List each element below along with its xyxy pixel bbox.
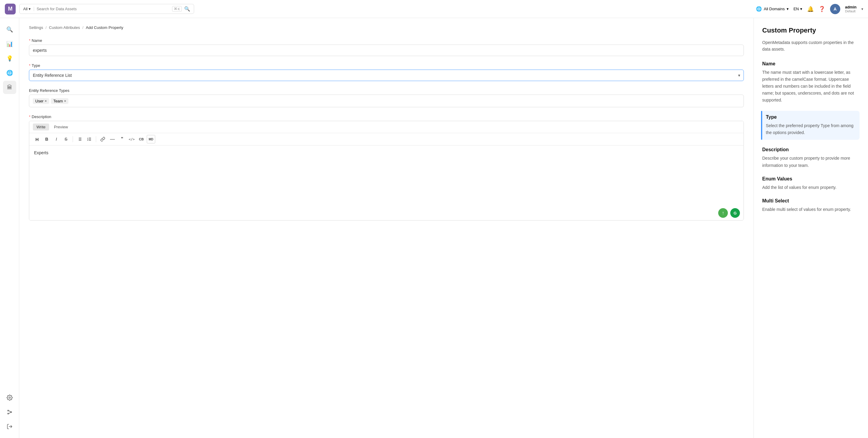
description-required-marker: * [29,114,30,119]
search-input[interactable] [36,7,169,11]
language-selector[interactable]: EN ▾ [794,7,802,11]
settings-icon [7,395,13,401]
sidebar-item-insights[interactable]: 💡 [3,52,16,65]
content-area: Settings / Custom Attributes / Add Custo… [19,18,868,438]
governance-icon: 🏛 [7,85,12,91]
svg-point-2 [7,413,8,414]
search-filter-dropdown[interactable]: All ▾ [23,7,34,11]
editor-footer: ↑ G [29,206,744,220]
toolbar-strikethrough-btn[interactable]: S [62,135,70,143]
toolbar-ordered-list-btn[interactable] [85,135,93,143]
help-section-type: Type Select the preferred property Type … [761,111,860,140]
tab-write[interactable]: Write [33,124,49,130]
type-field: * Type Entity Reference ListStringIntege… [29,63,744,81]
tag-user: User × [33,98,49,104]
search-shortcut-badge: ⌘ K [172,6,182,12]
tab-preview[interactable]: Preview [50,124,71,130]
help-section-multi-select-title: Multi Select [762,198,860,204]
breadcrumb-current: Add Custom Property [86,25,123,30]
editor-body[interactable]: Experts [29,145,744,206]
svg-point-1 [7,410,8,411]
user-dropdown-chevron[interactable]: ▾ [861,7,863,11]
toolbar-unordered-list-btn[interactable] [75,135,84,143]
help-section-description-text: Describe your custom property to provide… [762,155,860,169]
app-logo: M [5,4,16,14]
entity-ref-label: Entity Reference Types [29,88,744,93]
description-field: * Description Write Preview H B I S [29,114,744,221]
search-filter-label: All [23,7,27,11]
name-field: * Name [29,38,744,56]
avatar: A [830,4,840,14]
description-editor: Write Preview H B I S [29,121,744,221]
entity-ref-tags-input[interactable]: User × Team × [29,95,744,107]
chevron-down-icon: ▾ [800,7,802,11]
help-section-type-text: Select the preferred property Type from … [766,122,855,136]
logout-icon [7,424,13,430]
insights-icon: 💡 [6,55,13,62]
user-info: admin Default [845,5,857,13]
sidebar-item-settings[interactable] [3,391,16,404]
svg-point-0 [9,397,10,399]
breadcrumb: Settings / Custom Attributes / Add Custo… [29,25,744,30]
help-section-name: Name The name must start with a lowercas… [762,61,860,104]
type-select[interactable]: Entity Reference ListStringIntegerMarkdo… [29,70,744,81]
editor-toolbar: H B I S [29,133,744,145]
sidebar-item-governance[interactable]: 🏛 [3,81,16,94]
help-icon[interactable]: ❓ [818,6,825,12]
tag-user-remove[interactable]: × [44,99,46,103]
toolbar-italic-btn[interactable]: I [52,135,61,143]
form-panel: Settings / Custom Attributes / Add Custo… [19,18,753,438]
sidebar-item-globe[interactable]: 🌐 [3,66,16,79]
help-section-multi-select: Multi Select Enable multi select of valu… [762,198,860,213]
help-intro: OpenMetadata supports custom properties … [762,39,860,53]
globe-icon: 🌐 [6,70,13,76]
help-section-enum-values-title: Enum Values [762,176,860,182]
sidebar-item-pipelines[interactable] [3,405,16,419]
toolbar-hr-btn[interactable]: — [108,135,117,143]
sidebar-item-explore[interactable]: 🔍 [3,23,16,36]
search-bar: All ▾ ⌘ K 🔍 [19,4,194,14]
sidebar-item-discover[interactable]: 📊 [3,37,16,50]
chevron-down-icon: ▾ [786,7,789,11]
breadcrumb-sep-2: / [82,25,84,30]
help-section-type-title: Type [766,114,855,120]
toolbar-codeblock-btn[interactable]: CB [137,135,146,143]
help-title: Custom Property [762,27,860,34]
toolbar-sep-2 [96,136,96,142]
description-label: * Description [29,114,744,119]
help-section-description-title: Description [762,147,860,153]
search-icon[interactable]: 🔍 [184,6,190,12]
breadcrumb-custom-attributes[interactable]: Custom Attributes [49,25,80,30]
topbar: M All ▾ ⌘ K 🔍 🌐 All Domains ▾ EN ▾ 🔔 ❓ A… [0,0,868,18]
tag-team: Team × [51,98,68,104]
help-section-multi-select-text: Enable multi select of values for enum p… [762,206,860,213]
svg-line-4 [8,411,11,412]
toolbar-code-btn[interactable]: </> [127,135,136,143]
save-draft-icon[interactable]: ↑ [718,208,728,218]
toolbar-heading-btn[interactable]: H [33,135,41,143]
tag-team-label: Team [53,99,63,103]
grammarly-icon[interactable]: G [730,208,740,218]
entity-ref-field: Entity Reference Types User × Team × [29,88,744,107]
sidebar: 🔍 📊 💡 🌐 🏛 [0,18,19,438]
name-input[interactable] [29,44,744,56]
notifications-icon[interactable]: 🔔 [807,6,814,12]
type-select-wrapper: Entity Reference ListStringIntegerMarkdo… [29,70,744,81]
help-panel: Custom Property OpenMetadata supports cu… [753,18,868,438]
toolbar-markdown-btn[interactable]: MD [147,135,155,143]
name-required-marker: * [29,38,30,43]
help-section-name-text: The name must start with a lowercase let… [762,69,860,104]
tag-team-remove[interactable]: × [64,99,66,103]
toolbar-link-btn[interactable] [98,135,107,143]
help-section-enum-values-text: Add the list of values for enum property… [762,184,860,191]
breadcrumb-sep-1: / [45,25,47,30]
domain-selector[interactable]: 🌐 All Domains ▾ [756,6,788,12]
topbar-right: 🌐 All Domains ▾ EN ▾ 🔔 ❓ A admin Default… [756,4,863,14]
chevron-down-icon: ▾ [29,7,31,11]
breadcrumb-settings[interactable]: Settings [29,25,43,30]
toolbar-bold-btn[interactable]: B [42,135,51,143]
sidebar-item-logout[interactable] [3,420,16,433]
toolbar-quote-btn[interactable]: " [118,135,126,143]
help-section-name-title: Name [762,61,860,67]
type-label: * Type [29,63,744,68]
